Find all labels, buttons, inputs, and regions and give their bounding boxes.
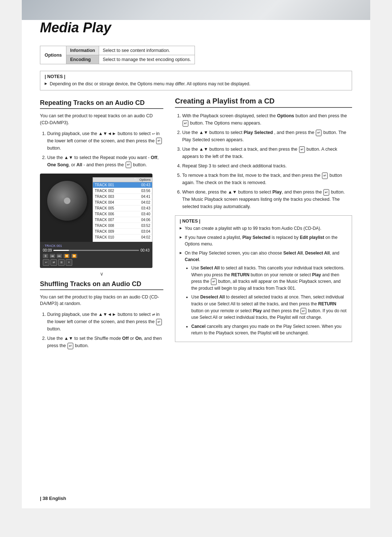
track-row-4: TRACK 00404:02 [93,200,152,206]
list-icon: ≡ [66,259,72,266]
playlist-notes-box: | NOTES | You can create a playlist with… [175,215,352,342]
cd-track-label: · TRACK 001 [43,244,150,248]
prev-track-btn[interactable]: ⏪ [64,254,70,258]
main-content: Repeating Tracks on an Audio CD You can … [40,97,352,351]
shuffle-heading: Shuffling Tracks on an Audio CD [40,280,163,290]
track-row-9: TRACK 00903:04 [93,229,152,235]
playlist-step-5: To remove a track from the list, move to… [182,172,352,186]
playlist-steps: With the Playback screen displayed, sele… [175,112,352,210]
shuffle-intro: You can set the product to play tracks o… [40,294,163,308]
rewind-btn[interactable]: ⏮ [50,254,55,258]
information-desc: Select to see content information. [99,46,195,55]
playlist-bullets: Use Select All to select all tracks. Thi… [185,265,347,337]
scroll-down-chevron: ∨ [40,271,163,277]
encoding-desc: Select to manage the text encoding optio… [99,55,195,64]
playlist-note-1: You can create a playlist with up to 99 … [180,225,347,232]
enter-btn-icon: ↵ [156,138,162,144]
track-row-10: TRACK 01004:02 [93,235,152,240]
cd-time-bar: 00:09 00:43 [43,248,150,252]
grid-icon: ⊞ [58,259,65,266]
track-row-1: TRACK 00100:43 [93,182,152,188]
play-pause-btn[interactable]: ⏸ [43,254,48,258]
track-row-2: TRACK 00203:56 [93,188,152,194]
next-track-btn[interactable]: ⏩ [71,254,77,258]
enter-btn-icon-2: ↵ [126,162,131,168]
cd-player-visual: ⬜ Options TRACK 00100:43 TRACK 00203:56 … [40,174,163,277]
shuffle-step-2: Use the ▲▼ to set the Shuffle mode Off o… [47,335,163,349]
playlist-bullet-3: Cancel cancells any changes you made on … [191,323,347,337]
icon-grid: ↩ ⇌ ⊞ ≡ [43,259,150,266]
repeat-intro: You can set the product to repeat tracks… [40,113,163,126]
playlist-bullet-1: Use Select All to select all tracks. Thi… [191,265,347,292]
playlist-step-3: Use the ▲▼ buttons to select a track, an… [182,146,352,160]
track-row-5: TRACK 00503:43 [93,206,152,211]
cd-disc [47,181,87,221]
information-header: Information [66,46,99,55]
cd-time-end: 00:43 [140,248,150,252]
header-bar [22,0,370,20]
enter-btn-shuffle-2: ↵ [68,343,73,349]
shuffle-step-1: During playback, use the ▲▼◄► buttons to… [47,311,163,333]
enter-btn-shuffle-1: ↵ [156,319,162,325]
notes-item-1: Depending on the disc or storage device,… [45,81,347,87]
page-number: | 38 English [40,496,66,501]
repeat-step-1: During playback, use the ▲▼◄► buttons to… [47,130,163,152]
right-column: Creating a Playlist from a CD With the P… [175,97,352,351]
enter-btn-p2: ↵ [316,130,322,136]
enter-btn-p6: ↵ [323,189,329,196]
page-title: Media Play [40,20,352,36]
playlist-note-2: If you have created a playlist, Play Sel… [180,234,347,248]
playlist-heading: Creating a Playlist from a CD [175,97,352,108]
playlist-step-4: Repeat Step 3 to select and check additi… [182,162,352,170]
shuffle-steps: During playback, use the ▲▼◄► buttons to… [40,311,163,349]
cd-controls: ⏸ ⏮ ⏭ ⏪ ⏩ [43,254,150,258]
track-row-6: TRACK 00603:40 [93,211,152,217]
enter-btn-p1: ↵ [183,120,188,127]
repeat-heading: Repeating Tracks on an Audio CD [40,99,163,109]
encoding-header: Encoding [66,55,99,64]
progress-bar [53,250,139,251]
repeat-step-2: Use the ▲▼ to select the Repeat mode you… [47,154,163,168]
cd-bottom-controls: · TRACK 001 00:09 00:43 ⏸ ⏮ ⏭ [40,242,152,268]
notes-title: | NOTES | [45,74,347,79]
playlist-note-3: On the Play Selected screen, you can als… [180,250,347,337]
track-list-header: ⬜ Options [93,178,152,182]
options-table: Options Information Select to see conten… [40,46,195,64]
enter-btn-p5: ↵ [322,172,328,179]
track-row-7: TRACK 00704:06 [93,217,152,223]
cd-player-image: ⬜ Options TRACK 00100:43 TRACK 00203:56 … [40,174,152,268]
cd-disc-center [64,198,70,204]
progress-fill [53,250,69,251]
shuffle-icon: ⇌ [50,259,57,266]
playlist-step-6: When done, press the ▲▼ buttons to selec… [182,188,352,210]
notes-box: | NOTES | Depending on the disc or stora… [40,71,352,90]
playlist-step-1: With the Playback screen displayed, sele… [182,112,352,127]
cd-time-start: 00:09 [43,248,52,252]
playlist-step-2: Use the ▲▼ buttons to select Play Select… [182,129,352,143]
left-column: Repeating Tracks on an Audio CD You can … [40,97,163,351]
options-label: Options [40,46,66,64]
track-row-8: TRACK 00803:52 [93,223,152,229]
enter-btn-p3: ↵ [299,146,305,153]
page-container: Media Play Options Information Select to… [22,0,370,508]
track-row-3: TRACK 00304:41 [93,194,152,200]
playlist-notes-title: | NOTES | [180,219,347,224]
playlist-bullet-2: Use Deselect All to deselect all selecte… [191,294,347,321]
enter-btn-b2: ↵ [301,308,306,314]
playlist-notes-list: You can create a playlist with up to 99 … [180,225,347,337]
repeat-icon: ↩ [43,259,49,266]
enter-btn-b1: ↵ [211,278,217,285]
repeat-steps: During playback, use the ▲▼◄► buttons to… [40,130,163,168]
fast-forward-btn[interactable]: ⏭ [57,254,62,258]
